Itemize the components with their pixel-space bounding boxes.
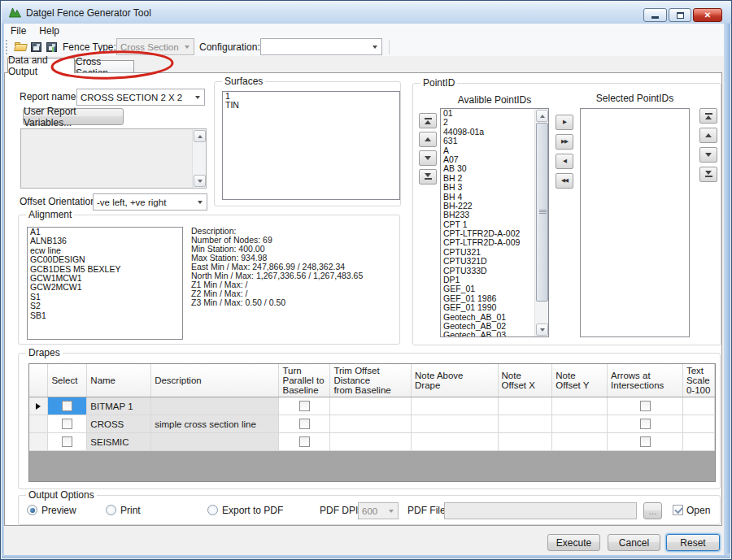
- note-offset-y-cell[interactable]: [552, 397, 608, 415]
- text-scale-cell[interactable]: [682, 397, 714, 415]
- description-cell[interactable]: simple cross section line: [151, 415, 279, 433]
- notes-scrollbar[interactable]: [192, 129, 206, 188]
- drapes-grid[interactable]: Select Name Description Turn Parallel to…: [28, 363, 716, 482]
- offset-orientation-combo[interactable]: -ve left, +ve right: [93, 193, 207, 211]
- list-item[interactable]: 1: [223, 92, 399, 101]
- note-offset-x-cell[interactable]: [498, 433, 552, 451]
- row-selector[interactable]: [29, 433, 48, 451]
- reset-button[interactable]: Reset: [666, 534, 720, 551]
- list-item[interactable]: S2: [28, 302, 182, 310]
- browse-button[interactable]: ...: [643, 502, 662, 519]
- export-pdf-radio[interactable]: [207, 505, 218, 515]
- move-right-button[interactable]: ▶: [556, 115, 573, 130]
- list-item[interactable]: GCW2MCW1: [28, 283, 182, 292]
- list-item[interactable]: S1: [28, 293, 182, 302]
- note-offset-x-cell[interactable]: [498, 415, 552, 433]
- arrows-cell[interactable]: [608, 415, 683, 433]
- selected-move-down-button[interactable]: [699, 147, 717, 163]
- minimize-button[interactable]: [643, 8, 667, 22]
- chevron-down-icon[interactable]: [191, 89, 204, 105]
- scroll-down-icon[interactable]: [194, 175, 206, 187]
- column-header-arrows[interactable]: Arrows at Intersections: [608, 364, 683, 397]
- select-cell[interactable]: [48, 433, 87, 451]
- arrows-checkbox[interactable]: [640, 401, 651, 411]
- preview-label[interactable]: Preview: [41, 505, 76, 516]
- available-move-bottom-button[interactable]: [419, 169, 437, 184]
- scrollbar-thumb[interactable]: [536, 123, 548, 302]
- surfaces-list[interactable]: 1TIN: [222, 91, 400, 200]
- list-item[interactable]: SB1: [28, 311, 182, 320]
- move-left-button[interactable]: ◀: [556, 154, 573, 169]
- turn-parallel-checkbox[interactable]: [299, 436, 310, 447]
- arrows-cell[interactable]: [608, 397, 683, 415]
- execute-button[interactable]: Execute: [547, 534, 600, 551]
- turn-parallel-checkbox[interactable]: [299, 419, 310, 429]
- list-item[interactable]: CPTU321D: [441, 257, 534, 266]
- save-chart-icon[interactable]: [45, 40, 59, 54]
- list-item[interactable]: GEF_01 1990: [441, 303, 534, 312]
- tab-cross-section[interactable]: Cross Section: [75, 60, 134, 73]
- toolbar-grip[interactable]: [6, 40, 8, 54]
- selected-move-bottom-button[interactable]: [699, 167, 717, 182]
- select-cell[interactable]: [48, 415, 87, 433]
- select-checkbox[interactable]: [62, 436, 72, 447]
- arrows-cell[interactable]: [608, 433, 683, 451]
- turn-parallel-cell[interactable]: [279, 415, 330, 433]
- cancel-button[interactable]: Cancel: [608, 534, 660, 551]
- selected-pointids-list[interactable]: [580, 108, 690, 337]
- tab-data-and-output[interactable]: Data and Output: [7, 58, 75, 73]
- alignment-list[interactable]: A1ALNB136ecw lineGC00DESIGNGCB1DES M5 BE…: [27, 227, 183, 340]
- column-header-description[interactable]: Description: [151, 364, 279, 397]
- user-report-variables-button[interactable]: User Report Variables...: [23, 108, 124, 125]
- list-item[interactable]: Geotech_AB_03: [441, 331, 534, 336]
- print-label[interactable]: Print: [120, 505, 141, 516]
- chevron-down-icon[interactable]: [368, 39, 381, 54]
- report-notes-box[interactable]: [20, 128, 207, 189]
- note-offset-y-cell[interactable]: [552, 415, 608, 433]
- open-file-icon[interactable]: [14, 40, 28, 54]
- close-button[interactable]: ✕: [693, 8, 722, 22]
- column-header-text-scale[interactable]: Text Scale 0-100: [682, 364, 714, 397]
- column-header-name[interactable]: Name: [87, 364, 151, 397]
- scroll-up-icon[interactable]: [194, 130, 206, 142]
- list-item[interactable]: BH233: [441, 211, 534, 219]
- list-item[interactable]: GC00DESIGN: [28, 255, 182, 264]
- select-checkbox[interactable]: [62, 419, 72, 429]
- title-bar[interactable]: Datgel Fence Generator Tool ✕: [2, 2, 732, 24]
- column-header-trim-offset[interactable]: Trim Offset Distance from Baseline: [330, 364, 412, 397]
- turn-parallel-cell[interactable]: [279, 433, 330, 451]
- description-cell[interactable]: [151, 433, 279, 451]
- menu-help[interactable]: Help: [33, 24, 66, 38]
- trim-offset-cell[interactable]: [330, 433, 412, 451]
- name-cell[interactable]: BITMAP 1: [87, 397, 151, 415]
- row-selector[interactable]: [29, 415, 48, 433]
- move-all-right-button[interactable]: ▶▶: [556, 134, 573, 150]
- selected-move-up-button[interactable]: [699, 128, 717, 143]
- trim-offset-cell[interactable]: [330, 397, 412, 415]
- list-item[interactable]: TIN: [223, 101, 399, 110]
- list-item[interactable]: BH 3: [441, 183, 534, 192]
- select-checkbox[interactable]: [62, 401, 72, 411]
- move-all-left-button[interactable]: ◀◀: [556, 173, 573, 189]
- arrows-checkbox[interactable]: [640, 436, 651, 447]
- column-header-note-offset-x[interactable]: Note Offset X: [498, 364, 552, 397]
- select-cell[interactable]: [48, 397, 87, 415]
- turn-parallel-checkbox[interactable]: [299, 401, 310, 411]
- scroll-down-icon[interactable]: [536, 323, 548, 336]
- text-scale-cell[interactable]: [682, 433, 714, 451]
- note-above-cell[interactable]: [412, 433, 499, 451]
- configuration-combo[interactable]: [260, 38, 382, 55]
- note-offset-x-cell[interactable]: [498, 397, 552, 415]
- arrows-checkbox[interactable]: [640, 419, 651, 429]
- menu-file[interactable]: File: [4, 24, 33, 38]
- description-cell[interactable]: [151, 397, 279, 415]
- save-icon[interactable]: [29, 40, 43, 54]
- column-header-note-above[interactable]: Note Above Drape: [412, 364, 499, 397]
- preview-radio[interactable]: [27, 505, 37, 515]
- print-radio[interactable]: [106, 505, 116, 515]
- list-item[interactable]: 631: [441, 137, 534, 145]
- note-offset-y-cell[interactable]: [552, 433, 608, 451]
- note-above-cell[interactable]: [412, 415, 499, 433]
- maximize-button[interactable]: [669, 8, 691, 22]
- turn-parallel-cell[interactable]: [279, 397, 330, 415]
